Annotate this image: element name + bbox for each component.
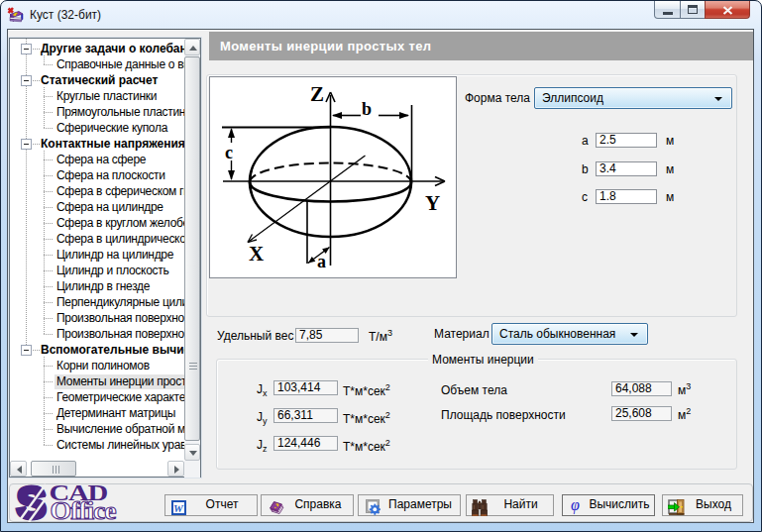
svg-text:Office: Office: [51, 496, 117, 522]
svg-text:b: b: [362, 99, 372, 119]
svg-text:a: a: [317, 252, 326, 271]
svg-text:c: c: [225, 143, 233, 162]
svg-text:X: X: [249, 242, 264, 266]
svg-text:Y: Y: [425, 191, 440, 215]
svg-text:W: W: [173, 502, 184, 514]
svg-text:Z: Z: [310, 82, 324, 106]
